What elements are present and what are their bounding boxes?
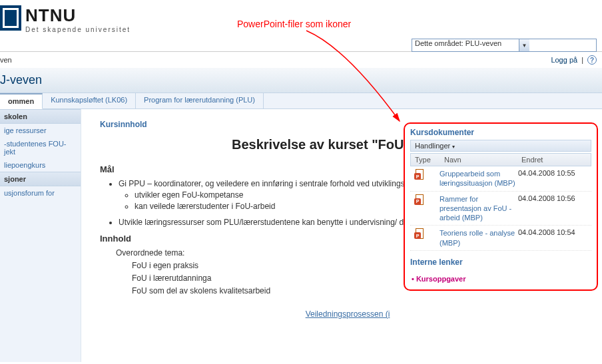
doc-row: P Gruppearbeid som læringssituasjon (MBP… xyxy=(410,166,591,192)
sidebar-item-fou-prosjekt[interactable]: -studentenes FOU-jekt xyxy=(0,137,81,158)
search-input[interactable] xyxy=(529,39,596,51)
kursoppgaver-link[interactable]: Kursoppgaver xyxy=(420,275,591,283)
sidebar-item-ressurser[interactable]: ige ressurser xyxy=(0,124,81,137)
ntnu-logo-icon xyxy=(0,5,21,31)
col-name[interactable]: Navn xyxy=(440,154,517,166)
help-icon[interactable]: ? xyxy=(587,55,597,65)
powerpoint-icon: P xyxy=(414,228,425,239)
col-type[interactable]: Type xyxy=(411,154,440,166)
doc-name-link[interactable]: Rammer for presentasjon av FoU -arbeid (… xyxy=(440,194,518,223)
scope-dropdown-icon[interactable]: ▼ xyxy=(519,39,529,51)
doc-date: 04.04.2008 10:55 xyxy=(518,169,591,188)
login-link[interactable]: Logg på xyxy=(551,56,577,64)
tab-lk06[interactable]: Kunnskapsløftet (LK06) xyxy=(43,93,136,108)
doc-type-cell: P xyxy=(410,194,440,223)
annotation-text: PowerPoint-filer som ikoner xyxy=(237,19,351,29)
docs-header-row: Type Navn Endret xyxy=(410,153,591,166)
doc-row: P Teoriens rolle - analyse (MBP) 04.04.2… xyxy=(410,226,591,251)
doc-date: 04.04.2008 10:54 xyxy=(518,228,591,248)
doc-name-link[interactable]: Teoriens rolle - analyse (MBP) xyxy=(440,228,518,248)
topbar-separator: | xyxy=(581,56,583,64)
scope-search[interactable]: Dette området: PLU-veven ▼ xyxy=(412,39,597,52)
handlinger-menu[interactable]: Handlinger ▾ xyxy=(410,140,591,152)
scope-select[interactable]: Dette området: PLU-veven xyxy=(412,39,519,51)
doc-name-link[interactable]: Gruppearbeid som læringssituasjon (MBP) xyxy=(440,169,518,188)
col-date[interactable]: Endret xyxy=(517,154,591,166)
tab-bar: ommen Kunnskapsløftet (LK06) Program for… xyxy=(0,93,602,109)
tab-plu[interactable]: Program for lærerutdanning (PLU) xyxy=(136,93,264,108)
doc-date: 04.04.2008 10:56 xyxy=(518,194,591,223)
logo-title: NTNU xyxy=(25,5,131,26)
banner-title: J-veven xyxy=(0,73,42,87)
logo-subtitle: Det skapende universitet xyxy=(25,26,131,33)
sidebar-head-sjoner: sjoner xyxy=(0,172,81,186)
chevron-down-icon: ▾ xyxy=(452,144,455,150)
powerpoint-icon: P xyxy=(414,194,425,205)
tab-home[interactable]: ommen xyxy=(0,93,43,109)
powerpoint-icon: P xyxy=(414,169,425,180)
sidebar-item-diskusjon[interactable]: usjonsforum for xyxy=(0,186,81,200)
doc-row: P Rammer for presentasjon av FoU -arbeid… xyxy=(410,192,591,226)
sidebar-head-skolen: skolen xyxy=(0,109,81,124)
kursdokumenter-panel: Kursdokumenter Handlinger ▾ Type Navn En… xyxy=(404,122,598,291)
handlinger-label: Handlinger xyxy=(415,142,450,150)
page-header: NTNU Det skapende universitet PowerPoint… xyxy=(0,0,602,52)
kursdokumenter-title: Kursdokumenter xyxy=(410,128,591,137)
logo-text: NTNU Det skapende universitet xyxy=(25,5,131,33)
sidebar: skolen ige ressurser -studentenes FOU-je… xyxy=(0,109,81,362)
logo-area: NTNU Det skapende universitet xyxy=(0,5,131,51)
veiledning-link[interactable]: Veiledningsprosessen (i xyxy=(100,309,595,319)
page-banner: J-veven xyxy=(0,68,602,93)
doc-type-cell: P xyxy=(410,228,440,248)
doc-type-cell: P xyxy=(410,169,440,188)
sidebar-item-poengkurs[interactable]: liepoengkurs xyxy=(0,158,81,172)
interne-lenker-title: Interne lenker xyxy=(410,258,591,267)
topbar-left-fragment: ven xyxy=(0,56,12,64)
topbar: ven Logg på | ? xyxy=(0,52,602,68)
